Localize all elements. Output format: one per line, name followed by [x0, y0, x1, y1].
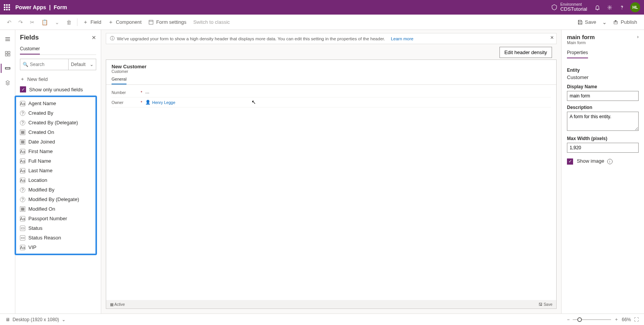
fields-filter-dropdown[interactable]: Default⌄ [68, 59, 96, 70]
prop-maxwidth-input[interactable] [567, 143, 639, 153]
zoom-in-button[interactable]: ＋ [614, 316, 619, 323]
prop-displayname-label: Display Name [567, 84, 639, 89]
field-item[interactable]: ▭Status Reason [16, 233, 95, 243]
svg-point-0 [609, 7, 610, 8]
field-item[interactable]: ▦Date Joined [16, 137, 95, 147]
form-subtitle: Customer [112, 69, 551, 74]
form-footer: ▦ Active 🖫 Save [106, 300, 556, 309]
field-item[interactable]: ?Created By [16, 108, 95, 118]
checkbox-icon: ✓ [20, 86, 26, 92]
field-item[interactable]: AaFull Name [16, 156, 95, 166]
paste-dropdown[interactable]: ⌄ [52, 16, 62, 28]
field-list: AaAgent Name?Created By?Created By (Dele… [15, 96, 97, 255]
canvas-area: ⓘ We've upgraded your form to show a hig… [101, 30, 561, 313]
user-avatar[interactable]: HL [630, 2, 640, 12]
field-item[interactable]: AaLast Name [16, 166, 95, 175]
rail-components-icon[interactable] [1, 47, 15, 61]
settings-icon[interactable] [603, 1, 616, 13]
save-button[interactable]: Save [574, 16, 600, 28]
show-unused-checkbox-row[interactable]: ✓ Show only unused fields [20, 85, 96, 96]
fields-search-input[interactable] [30, 62, 66, 67]
notifications-icon[interactable] [591, 1, 603, 13]
fields-tab-customer[interactable]: Customer [20, 45, 40, 54]
info-icon: ⓘ [110, 36, 115, 41]
learn-more-link[interactable]: Learn more [391, 36, 414, 41]
field-item[interactable]: ?Modified By [16, 185, 95, 195]
command-bar: ↶ ↷ ✂ 📋 ⌄ 🗑 ＋Field ＋Component Form setti… [0, 15, 644, 30]
prop-entity-label: Entity [567, 68, 639, 73]
field-item[interactable]: AaFirst Name [16, 147, 95, 156]
field-item[interactable]: AaPassport Number [16, 214, 95, 223]
properties-pane: main form Main form › Properties Entity … [561, 30, 644, 313]
svg-rect-5 [8, 51, 10, 53]
info-icon[interactable]: i [607, 159, 613, 164]
form-title: New Customer [112, 64, 551, 69]
form-row[interactable]: Owner*👤Henry Legge [112, 97, 551, 107]
main-layout: Fields ✕ Customer 🔍 Default⌄ ＋New field … [0, 30, 644, 313]
prop-description-input[interactable] [567, 112, 639, 131]
header-density-notice: ⓘ We've upgraded your form to show a hig… [106, 33, 557, 44]
zoom-out-button[interactable]: − [567, 317, 570, 322]
notice-close-icon[interactable]: ✕ [550, 35, 554, 40]
props-expand-icon[interactable]: › [637, 34, 639, 40]
props-title: main form [567, 34, 595, 40]
form-tab-general[interactable]: General [112, 75, 127, 84]
prop-displayname-input[interactable] [567, 91, 639, 101]
add-component-button[interactable]: ＋Component [105, 16, 145, 28]
close-fields-pane-icon[interactable]: ✕ [92, 35, 96, 41]
props-subtitle: Main form [567, 40, 595, 45]
environment-picker[interactable]: Environment CDSTutorial [551, 2, 587, 12]
cut-button[interactable]: ✂ [27, 16, 38, 28]
props-tab-properties[interactable]: Properties [567, 50, 588, 58]
left-rail [0, 30, 15, 313]
app-title: Power Apps | Form [15, 4, 67, 10]
publish-button[interactable]: Publish [610, 16, 640, 28]
field-item[interactable]: AaVIP [16, 243, 95, 252]
svg-point-1 [621, 8, 622, 9]
form-settings-button[interactable]: Form settings [145, 16, 189, 28]
add-field-button[interactable]: ＋Field [80, 16, 104, 28]
undo-button[interactable]: ↶ [4, 16, 15, 28]
field-item[interactable]: ?Modified By (Delegate) [16, 195, 95, 204]
help-icon[interactable] [616, 1, 628, 13]
edit-header-density-button[interactable]: Edit header density [499, 47, 552, 58]
redo-button[interactable]: ↷ [15, 16, 26, 28]
paste-button[interactable]: 📋 [38, 16, 51, 28]
form-body: Number*---Owner*👤Henry Legge [106, 85, 556, 111]
viewport-picker[interactable]: 🖥 Desktop (1920 x 1080) ⌄ [5, 317, 66, 322]
field-item[interactable]: AaAgent Name [16, 99, 95, 108]
zoom-slider[interactable] [573, 319, 611, 320]
environment-icon [551, 4, 557, 10]
prop-maxwidth-label: Max Width (pixels) [567, 136, 639, 141]
svg-rect-7 [8, 54, 10, 56]
prop-entity-value: Customer [567, 74, 639, 80]
field-item[interactable]: ?Created By (Delegate) [16, 118, 95, 127]
svg-rect-2 [149, 20, 153, 24]
field-item[interactable]: ▭Status [16, 223, 95, 233]
svg-rect-8 [5, 68, 10, 69]
new-field-button[interactable]: ＋New field [20, 73, 96, 85]
svg-rect-6 [5, 54, 7, 56]
fields-pane-title: Fields [20, 34, 39, 41]
form-canvas[interactable]: New Customer Customer General Number*---… [106, 59, 557, 309]
svg-rect-3 [614, 21, 618, 24]
delete-button[interactable]: 🗑 [63, 16, 75, 28]
fields-search-row: 🔍 Default⌄ [20, 59, 96, 70]
search-icon: 🔍 [23, 62, 28, 67]
rail-fields-icon[interactable] [1, 61, 15, 75]
form-row[interactable]: Number*--- [112, 88, 551, 97]
prop-showimage-row[interactable]: ✓ Show image i [567, 158, 639, 165]
zoom-value: 66% [622, 317, 631, 322]
zoom-fit-button[interactable]: ⛶ [634, 317, 639, 322]
field-item[interactable]: ▦Modified On [16, 204, 95, 214]
field-item[interactable]: ▦Created On [16, 127, 95, 137]
field-item[interactable]: AaLocation [16, 175, 95, 185]
save-dropdown[interactable]: ⌄ [599, 16, 610, 28]
svg-rect-4 [5, 51, 7, 53]
checkbox-icon: ✓ [567, 158, 573, 165]
switch-to-classic-link[interactable]: Switch to classic [190, 16, 233, 28]
app-launcher-icon[interactable] [4, 4, 10, 10]
rail-tree-icon[interactable] [1, 76, 15, 90]
app-header: Power Apps | Form Environment CDSTutoria… [0, 0, 644, 15]
rail-hamburger-icon[interactable] [1, 32, 15, 46]
